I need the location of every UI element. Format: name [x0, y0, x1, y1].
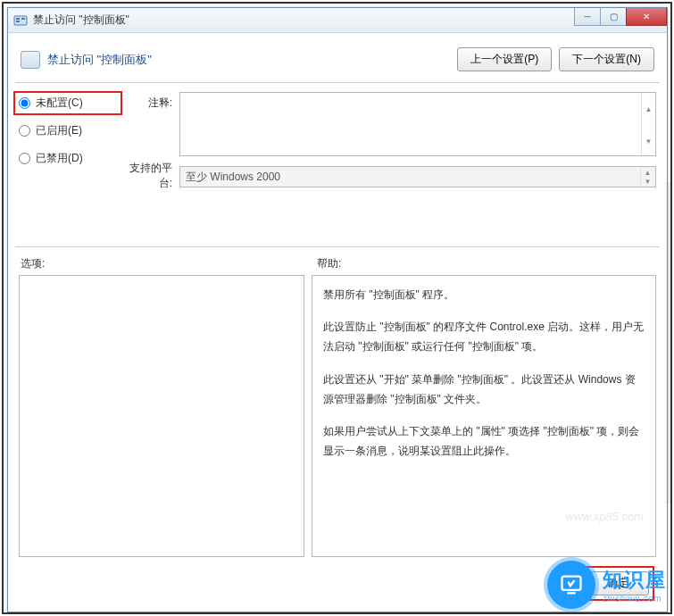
policy-title: 禁止访问 "控制面板": [47, 52, 450, 68]
options-header: 选项:: [19, 256, 317, 271]
radio-disabled-label: 已禁用(D): [36, 151, 83, 166]
prev-setting-button[interactable]: 上一个设置(P): [457, 47, 552, 71]
svg-rect-1: [16, 18, 20, 20]
footer: 确定: [15, 557, 660, 604]
radio-enabled-input[interactable]: [19, 125, 30, 137]
radio-disabled-input[interactable]: [19, 153, 30, 164]
close-button[interactable]: ✕: [626, 8, 667, 26]
ok-button[interactable]: 确定: [587, 571, 649, 595]
radio-enabled[interactable]: 已启用(E): [19, 123, 117, 138]
titlebar: 禁止访问 "控制面板" ─ ▢ ✕: [8, 8, 667, 33]
comment-textarea[interactable]: [179, 92, 656, 156]
maximize-button[interactable]: ▢: [600, 8, 627, 26]
radio-not-configured-input[interactable]: [19, 97, 30, 109]
platform-value: 至少 Windows 2000: [186, 171, 280, 183]
ok-highlight-box: 确定: [581, 566, 654, 601]
window-title: 禁止访问 "控制面板": [33, 12, 129, 28]
platform-label: 支持的平台:: [117, 161, 172, 191]
minimize-button[interactable]: ─: [574, 8, 601, 26]
help-panel: 禁用所有 "控制面板" 程序。 此设置防止 "控制面板" 的程序文件 Contr…: [312, 275, 656, 557]
help-p3: 此设置还从 "开始" 菜单删除 "控制面板" 。此设置还从 Windows 资源…: [323, 370, 645, 409]
next-setting-button[interactable]: 下一个设置(N): [559, 47, 654, 71]
comment-label: 注释:: [117, 96, 172, 111]
svg-rect-2: [16, 21, 20, 22]
radio-enabled-label: 已启用(E): [36, 123, 82, 138]
options-panel: [19, 275, 304, 557]
header-row: 禁止访问 "控制面板" 上一个设置(P) 下一个设置(N): [15, 40, 660, 83]
policy-icon: [21, 51, 40, 69]
platform-scroll[interactable]: ▲▼: [640, 168, 654, 186]
comment-scroll[interactable]: ▲▼: [641, 93, 655, 158]
help-p4: 如果用户尝试从上下文菜单上的 "属性" 项选择 "控制面板" 项，则会显示一条消…: [323, 421, 645, 461]
radio-disabled[interactable]: 已禁用(D): [19, 151, 117, 166]
help-p1: 禁用所有 "控制面板" 程序。: [323, 285, 645, 304]
help-header: 帮助:: [317, 256, 341, 271]
help-p2: 此设置防止 "控制面板" 的程序文件 Control.exe 启动。这样，用户无…: [323, 317, 645, 356]
svg-rect-3: [21, 18, 25, 20]
supported-platform-field: 至少 Windows 2000 ▲▼: [179, 166, 656, 187]
app-icon: [13, 13, 28, 28]
side-shadow: [663, 182, 670, 504]
radio-not-configured-label: 未配置(C): [36, 96, 83, 111]
dialog-window: 禁止访问 "控制面板" ─ ▢ ✕ 禁止访问 "控制面板" 上一个设置(P) 下…: [7, 7, 668, 612]
radio-not-configured[interactable]: 未配置(C): [13, 91, 122, 115]
